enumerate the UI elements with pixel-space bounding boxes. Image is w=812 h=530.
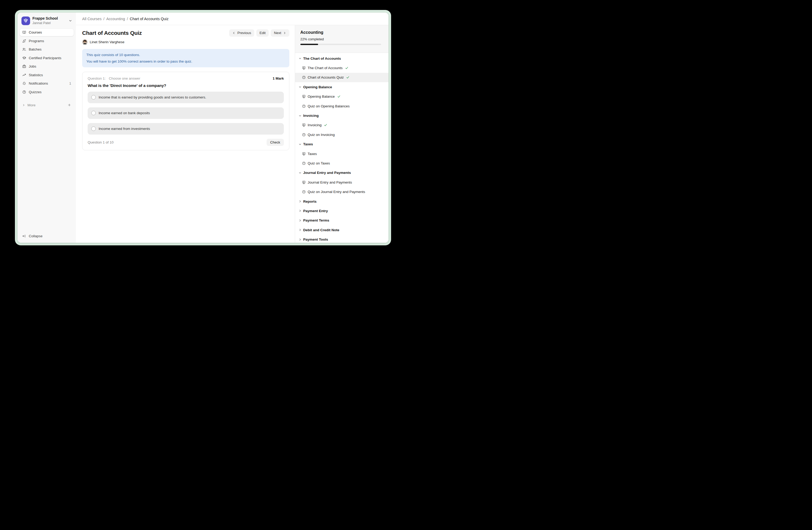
sidebar-item-label: Statistics [29, 73, 43, 77]
sidebar-item-courses[interactable]: Courses [20, 29, 74, 36]
chapter-opening-balance[interactable]: Opening Balance [295, 82, 389, 92]
chapter-label: Reports [303, 199, 317, 204]
chapter-payment-entry[interactable]: Payment Entry [295, 206, 389, 215]
sidebar-item-statistics[interactable]: Statistics [20, 71, 74, 79]
lesson-the-chart-of-accounts[interactable]: The Chart of Accounts [295, 63, 389, 72]
previous-label: Previous [237, 31, 251, 35]
question-text: What is the 'Direct Income' of a company… [88, 83, 284, 88]
completed-check-icon [346, 76, 349, 79]
chapter-journal-entry-and-payments[interactable]: Journal Entry and Payments [295, 168, 389, 178]
lesson-quiz-on-journal-entry-and-payments[interactable]: Quiz on Journal Entry and Payments [295, 187, 389, 196]
plus-icon[interactable] [68, 103, 71, 107]
answer-options: Income that is earned by providing goods… [88, 92, 284, 135]
radio-button[interactable] [91, 111, 96, 115]
programs-icon [22, 39, 26, 43]
course-progress-text: 22% completed [300, 37, 383, 41]
edit-label: Edit [260, 31, 265, 35]
toolbar: Previous Edit Next [229, 29, 289, 37]
sidebar-item-certified-participants[interactable]: Certified Participants [20, 54, 74, 62]
chevron-right-icon [299, 219, 302, 222]
chevron-down-icon[interactable] [69, 19, 72, 23]
sidebar-item-more[interactable]: More [20, 102, 74, 108]
completed-check-icon [324, 123, 327, 127]
video-lesson-icon [302, 66, 306, 70]
collapse-sidebar-button[interactable]: Collapse [20, 232, 74, 240]
chevron-right-icon [283, 31, 286, 34]
sidebar-item-quizzes[interactable]: Quizzes [20, 88, 74, 96]
chevron-right-icon [299, 228, 302, 232]
top-bar: All Courses/Accounting/Chart of Accounts… [76, 13, 389, 25]
answer-option-3[interactable]: Income earned from investments [88, 123, 284, 135]
sidebar-item-label: Programs [29, 39, 44, 43]
notification-count-badge: 1 [69, 81, 71, 85]
chapter-debit-and-credit-note[interactable]: Debit and Credit Note [295, 225, 389, 235]
chapter-label: Journal Entry and Payments [303, 171, 351, 175]
chapter-label: Payment Terms [303, 219, 329, 222]
workspace-name: Frappe School [32, 16, 58, 21]
lesson-label: Quiz on Taxes [308, 161, 330, 165]
chevron-down-icon [299, 57, 302, 60]
lesson-chart-of-accounts-quiz[interactable]: Chart of Accounts Quiz [295, 73, 389, 82]
author-row: Linet Sherin Varghese [82, 39, 289, 45]
answer-option-1[interactable]: Income that is earned by providing goods… [88, 92, 284, 103]
question-card-header: Question 1: Choose one answer 1 Mark [88, 76, 284, 80]
collapse-label: Collapse [29, 234, 43, 238]
chapter-payment-tools[interactable]: Payment Tools [295, 235, 389, 243]
course-outline-panel: Accounting 22% completed The Chart of Ac… [295, 25, 389, 243]
radio-button[interactable] [91, 95, 96, 99]
edit-button[interactable]: Edit [256, 29, 269, 37]
lesson-label: Chart of Accounts Quiz [308, 75, 344, 79]
chapter-label: Opening Balance [303, 85, 332, 89]
breadcrumb-link[interactable]: Accounting [106, 17, 125, 21]
lesson-quiz-on-opening-balances[interactable]: Quiz on Opening Balances [295, 101, 389, 111]
previous-button[interactable]: Previous [229, 29, 254, 37]
answer-option-2[interactable]: Income earned on bank deposits [88, 107, 284, 119]
quiz-lesson-icon [302, 161, 306, 165]
sidebar-item-label: Batches [29, 47, 42, 51]
question-pagination: Question 1 of 10 [88, 140, 114, 144]
lesson-taxes[interactable]: Taxes [295, 149, 389, 158]
sidebar-item-notifications[interactable]: Notifications1 [20, 80, 74, 87]
check-button[interactable]: Check [266, 139, 284, 146]
lesson-quiz-on-taxes[interactable]: Quiz on Taxes [295, 158, 389, 168]
workspace-switcher[interactable]: Frappe School Jannat Patel [20, 16, 74, 25]
lesson-journal-entry-and-payments[interactable]: Journal Entry and Payments [295, 178, 389, 187]
breadcrumb-link[interactable]: All Courses [82, 17, 102, 21]
lesson-invoicing[interactable]: Invoicing [295, 121, 389, 130]
chapter-the-chart-of-accounts[interactable]: The Chart of Accounts [295, 54, 389, 63]
sidebar-item-programs[interactable]: Programs [20, 38, 74, 45]
breadcrumb: All Courses/Accounting/Chart of Accounts… [82, 17, 169, 21]
quiz-lesson-icon [302, 133, 306, 137]
chapter-label: Payment Tools [303, 237, 328, 241]
trending-up-icon [22, 73, 26, 77]
desktop-background: Frappe School Jannat Patel CoursesProgra… [0, 0, 406, 265]
sidebar-item-batches[interactable]: Batches [20, 46, 74, 53]
sidebar-item-jobs[interactable]: Jobs [20, 63, 74, 70]
chevron-right-icon [299, 209, 302, 212]
video-lesson-icon [302, 152, 306, 156]
help-circle-icon [22, 90, 26, 94]
body-row: Chart of Accounts Quiz Previous Edit [76, 25, 389, 243]
breadcrumb-separator: / [127, 17, 128, 21]
page-title: Chart of Accounts Quiz [82, 30, 142, 36]
radio-button[interactable] [91, 126, 96, 131]
chevron-right-icon [299, 200, 302, 203]
content-column: All Courses/Accounting/Chart of Accounts… [76, 13, 389, 243]
course-progress-fill [300, 44, 318, 45]
sidebar-bottom: Collapse [20, 232, 74, 240]
completed-check-icon [345, 66, 348, 70]
next-button[interactable]: Next [271, 29, 289, 37]
sidebar-item-label: Courses [29, 30, 42, 34]
chapter-reports[interactable]: Reports [295, 197, 389, 206]
chapter-invoicing[interactable]: Invoicing [295, 111, 389, 120]
lesson-quiz-on-invoicing[interactable]: Quiz on Invoicing [295, 130, 389, 139]
lesson-opening-balance[interactable]: Opening Balance [295, 92, 389, 101]
lesson-label: The Chart of Accounts [308, 66, 343, 70]
chapter-taxes[interactable]: Taxes [295, 140, 389, 149]
bell-icon [22, 81, 26, 85]
course-title: Accounting [300, 30, 383, 35]
sidebar-menu: CoursesProgramsBatchesCertified Particip… [20, 29, 74, 97]
next-label: Next [274, 31, 281, 35]
chapter-payment-terms[interactable]: Payment Terms [295, 216, 389, 225]
question-instruction: Choose one answer [109, 76, 140, 80]
